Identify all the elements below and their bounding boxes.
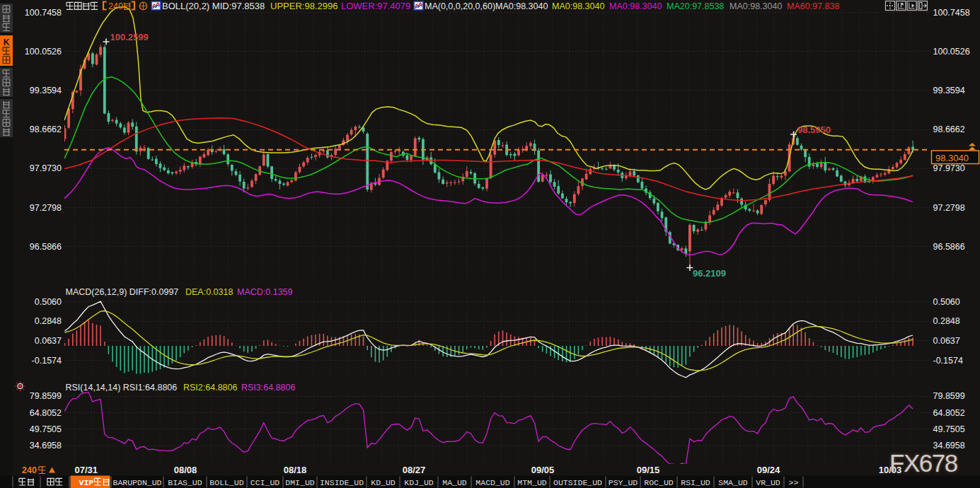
svg-text:OUTSIDE_UD: OUTSIDE_UD	[553, 478, 602, 487]
svg-text:RSI_UD: RSI_UD	[681, 478, 710, 487]
svg-text:96.5866: 96.5866	[30, 242, 62, 252]
svg-text:MACD(26,12,9) DIFF:0.0997: MACD(26,12,9) DIFF:0.0997	[66, 287, 179, 297]
svg-text:VIP: VIP	[79, 478, 94, 487]
svg-text:MA(0,0,0,20,0,60): MA(0,0,0,20,0,60)	[425, 1, 495, 11]
svg-text:0.2848: 0.2848	[35, 316, 62, 326]
svg-text:100.7458: 100.7458	[933, 8, 970, 18]
svg-text:100.0526: 100.0526	[25, 47, 62, 57]
svg-text:BIAS_UD: BIAS_UD	[168, 478, 202, 487]
svg-text:100.0526: 100.0526	[933, 47, 970, 57]
svg-text:K: K	[4, 37, 10, 47]
svg-text:0.0637: 0.0637	[933, 336, 960, 346]
svg-text:97.9730: 97.9730	[933, 163, 965, 173]
svg-text:BARUPDN_UD: BARUPDN_UD	[113, 478, 161, 487]
svg-text:09/24: 09/24	[757, 465, 780, 475]
svg-text:DMI_UD: DMI_UD	[285, 478, 315, 487]
svg-text:98.3040: 98.3040	[935, 153, 969, 163]
svg-text:ROC_UD: ROC_UD	[644, 478, 674, 487]
svg-text:97.2798: 97.2798	[933, 203, 965, 213]
svg-text:0.5060: 0.5060	[933, 297, 960, 307]
svg-text:07/31: 07/31	[74, 465, 98, 475]
svg-text:INSIDE_UD: INSIDE_UD	[320, 478, 364, 487]
svg-text:100.2599: 100.2599	[110, 32, 149, 42]
svg-text:99.3594: 99.3594	[30, 86, 62, 95]
svg-text:97.2798: 97.2798	[30, 203, 62, 213]
svg-text:BOLL_UD: BOLL_UD	[209, 478, 243, 487]
svg-text:98.6662: 98.6662	[30, 124, 62, 134]
svg-text:MA0:98.3040: MA0:98.3040	[495, 1, 548, 11]
svg-text:240: 240	[108, 1, 123, 11]
svg-text:MA0:98.3040: MA0:98.3040	[552, 1, 604, 11]
svg-text:09/05: 09/05	[531, 465, 555, 475]
svg-text:64.8052: 64.8052	[933, 408, 965, 418]
svg-text:09/15: 09/15	[637, 465, 660, 475]
svg-text:0.2848: 0.2848	[933, 316, 960, 326]
svg-text:>>: >>	[789, 478, 799, 487]
svg-text:CCI_UD: CCI_UD	[250, 478, 280, 487]
svg-text:98.6662: 98.6662	[933, 124, 965, 134]
svg-text:79.8599: 79.8599	[933, 391, 965, 401]
svg-text:08/27: 08/27	[403, 465, 426, 475]
svg-text:34.6958: 34.6958	[30, 441, 62, 451]
svg-text:97.9730: 97.9730	[30, 163, 62, 173]
svg-text:UPPER:98.2996: UPPER:98.2996	[270, 1, 338, 11]
svg-text:-0.1574: -0.1574	[933, 356, 963, 366]
svg-text:MA20:97.8538: MA20:97.8538	[667, 1, 724, 11]
svg-text:FX678: FX678	[889, 449, 957, 477]
svg-text:SMA_UD: SMA_UD	[718, 478, 748, 487]
svg-text:MACD_UD: MACD_UD	[475, 478, 509, 487]
svg-text:PSY_UD: PSY_UD	[609, 478, 638, 487]
svg-text:VR_UD: VR_UD	[756, 478, 780, 487]
svg-text:KDJ_UD: KDJ_UD	[404, 478, 434, 487]
svg-text:MACD:0.1359: MACD:0.1359	[237, 287, 293, 297]
svg-text:49.7505: 49.7505	[30, 424, 62, 434]
svg-text:79.8599: 79.8599	[30, 391, 62, 401]
svg-text:BOLL(20,2) MID:97.8538: BOLL(20,2) MID:97.8538	[162, 1, 265, 11]
svg-text:RSI3:64.8806: RSI3:64.8806	[241, 383, 295, 393]
svg-text:-0.1574: -0.1574	[32, 356, 62, 366]
svg-text:0.5060: 0.5060	[35, 297, 62, 307]
svg-text:0.0637: 0.0637	[35, 336, 62, 346]
svg-text:MA60:97.838: MA60:97.838	[787, 1, 839, 11]
svg-text:MA_UD: MA_UD	[442, 478, 467, 487]
svg-text:98.5950: 98.5950	[797, 124, 831, 135]
svg-text:08/18: 08/18	[284, 465, 307, 475]
svg-text:RSI2:64.8806: RSI2:64.8806	[183, 383, 237, 393]
svg-text:96.2109: 96.2109	[693, 268, 726, 279]
svg-text:MTM_UD: MTM_UD	[517, 478, 547, 487]
svg-text:64.8052: 64.8052	[30, 408, 62, 418]
svg-text:08/08: 08/08	[174, 465, 197, 475]
svg-text:MA0:98.3040: MA0:98.3040	[609, 1, 662, 11]
svg-text:100.7458: 100.7458	[25, 8, 62, 18]
svg-text:RSI(14,14,14) RSI1:64.8806: RSI(14,14,14) RSI1:64.8806	[66, 383, 178, 393]
svg-text:240: 240	[22, 465, 37, 475]
svg-text:99.3594: 99.3594	[933, 86, 965, 95]
svg-text:MA0:98.3040: MA0:98.3040	[730, 1, 782, 11]
svg-text:LOWER:97.4079: LOWER:97.4079	[341, 1, 410, 11]
svg-text:DEA:0.0318: DEA:0.0318	[185, 287, 233, 297]
svg-text:96.5866: 96.5866	[933, 242, 965, 252]
svg-text:49.7505: 49.7505	[933, 424, 965, 434]
svg-text:KD_UD: KD_UD	[371, 478, 396, 487]
